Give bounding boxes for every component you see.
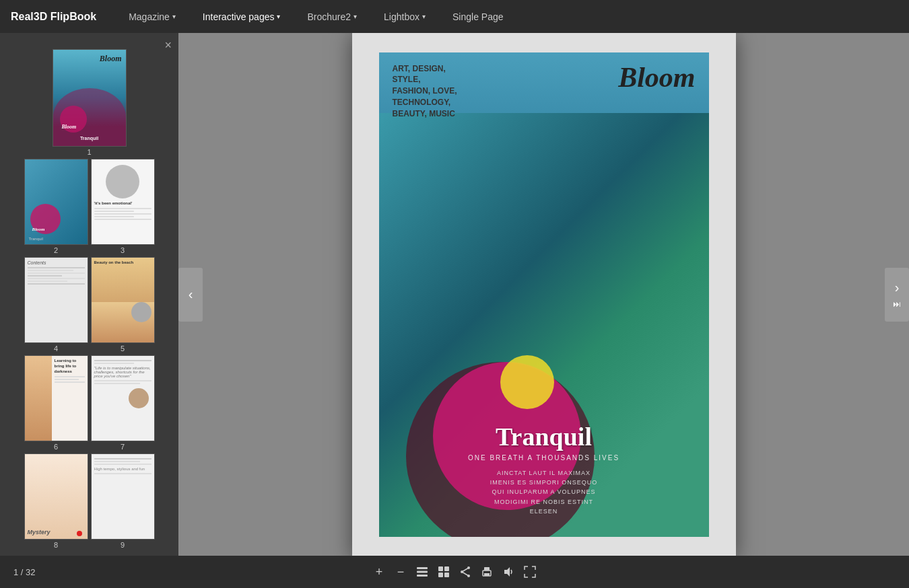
thumb-page-7[interactable]: "Life is to manipulate situations, chall… xyxy=(91,355,155,451)
thumb-5-label: 5 xyxy=(121,344,125,353)
zoom-in-button[interactable]: + xyxy=(368,561,390,583)
next-arrow-icon: › xyxy=(895,280,900,295)
share-button[interactable] xyxy=(454,561,476,583)
thumb-1-title: Tranquil xyxy=(80,136,98,141)
circle-yellow xyxy=(500,355,554,409)
fullscreen-icon xyxy=(524,566,536,578)
cover-tagline: ART, DESIGN,STYLE,FASHION, LOVE,TECHNOLO… xyxy=(393,63,457,120)
cover-text-overlay: Tranquil ONE BREATH A THOUSANDS LIVES AI… xyxy=(379,422,709,517)
svg-rect-0 xyxy=(417,567,428,569)
thumb-page-1[interactable]: Bloom Bloom Tranquil 1 xyxy=(53,49,127,156)
prev-arrow-icon: ‹ xyxy=(189,287,193,302)
thumb-2-label: 2 xyxy=(54,246,58,254)
sound-button[interactable] xyxy=(498,561,519,583)
page-indicator: 1 / 32 xyxy=(13,567,36,577)
nav-single-page[interactable]: Single Page xyxy=(447,9,509,25)
magazine-cover: ART, DESIGN,STYLE,FASHION, LOVE,TECHNOLO… xyxy=(379,52,709,537)
navbar: Real3D FlipBook Magazine ▾ Interactive p… xyxy=(0,0,909,33)
close-sidebar-button[interactable]: × xyxy=(164,38,172,52)
cover-logo: Bloom xyxy=(618,63,695,91)
book-page[interactable]: ART, DESIGN,STYLE,FASHION, LOVE,TECHNOLO… xyxy=(379,52,709,537)
thumb-9-label: 9 xyxy=(121,541,125,549)
nav-interactive[interactable]: Interactive pages ▾ xyxy=(197,9,286,25)
thumb-page-3[interactable]: 'it's been emotional' 3 xyxy=(91,159,155,254)
thumbnail-sidebar: × Bloom Bloom Tranquil 1 xyxy=(0,33,178,556)
thumb-3-label: 3 xyxy=(121,246,125,254)
share-icon xyxy=(459,566,471,578)
prev-page-button[interactable]: ‹ xyxy=(178,268,203,322)
nav-brochure[interactable]: Brochure2 ▾ xyxy=(302,9,362,25)
svg-rect-13 xyxy=(484,567,490,571)
book-container: ART, DESIGN,STYLE,FASHION, LOVE,TECHNOLO… xyxy=(352,33,736,556)
fullscreen-button[interactable] xyxy=(519,561,541,583)
svg-marker-15 xyxy=(504,567,510,577)
svg-rect-4 xyxy=(444,566,449,571)
svg-rect-14 xyxy=(484,573,490,576)
next-page-button[interactable]: › ⏭ xyxy=(885,268,909,322)
thumb-page-2[interactable]: Bloom Tranquil 2 xyxy=(24,159,88,254)
thumb-7-label: 7 xyxy=(121,443,125,451)
svg-rect-2 xyxy=(417,575,428,577)
grid-icon xyxy=(438,566,450,578)
last-page-icon: ⏭ xyxy=(893,299,901,309)
thumb-4-label: 4 xyxy=(54,344,58,353)
svg-line-10 xyxy=(462,568,469,572)
thumb-page-9[interactable]: High tempo, stylious and fun 9 xyxy=(91,453,155,549)
thumb-1-label: 1 xyxy=(87,148,91,156)
thumb-page-6[interactable]: Learning to bring life to darkness 6 xyxy=(24,355,88,451)
thumbnail-list-button[interactable] xyxy=(411,561,433,583)
svg-rect-3 xyxy=(438,566,443,571)
sound-icon xyxy=(502,566,514,578)
thumb-page-8[interactable]: Mystery 8 xyxy=(24,453,88,549)
thumb-4-title: Contents xyxy=(28,260,85,265)
nav-lightbox-caret: ▾ xyxy=(422,13,426,20)
svg-line-11 xyxy=(462,572,469,576)
nav-magazine-caret: ▾ xyxy=(172,13,176,20)
print-icon xyxy=(481,566,493,578)
thumb-6-label: 6 xyxy=(54,443,58,451)
nav-interactive-caret: ▾ xyxy=(277,13,280,20)
thumb-3-title: 'it's been emotional' xyxy=(94,201,152,206)
thumb-page-4[interactable]: Contents 4 xyxy=(24,257,88,353)
svg-rect-5 xyxy=(438,573,443,577)
grid-view-button[interactable] xyxy=(433,561,454,583)
nav-magazine[interactable]: Magazine ▾ xyxy=(123,9,181,25)
print-button[interactable] xyxy=(476,561,498,583)
svg-rect-1 xyxy=(417,571,428,573)
cover-body: AINCTAT LAUT IL MAXIMAX IMENIS ES SIMPOR… xyxy=(379,468,709,517)
thumb-1-bloom: Bloom xyxy=(62,124,77,130)
nav-brochure-caret: ▾ xyxy=(354,13,357,20)
book-viewer: ‹ ART, DESIGN,STYLE,FASHION, LOVE,TECHNO… xyxy=(178,33,909,556)
thumb-page-5[interactable]: Beauty on the beach 5 xyxy=(91,257,155,353)
svg-rect-6 xyxy=(444,573,449,577)
nav-lightbox[interactable]: Lightbox ▾ xyxy=(378,9,431,25)
bottom-toolbar: 1 / 32 + − xyxy=(0,556,909,588)
thumb-8-label: 8 xyxy=(54,541,58,549)
main-content: × Bloom Bloom Tranquil 1 xyxy=(0,33,909,556)
thumb-1-logo: Bloom xyxy=(100,54,122,64)
list-icon xyxy=(416,566,428,578)
cover-title: Tranquil xyxy=(379,422,709,451)
cover-header: ART, DESIGN,STYLE,FASHION, LOVE,TECHNOLO… xyxy=(393,63,696,120)
cover-subtitle: ONE BREATH A THOUSANDS LIVES xyxy=(379,454,709,462)
brand-title: Real3D FlipBook xyxy=(11,11,96,23)
zoom-out-button[interactable]: − xyxy=(390,561,411,583)
thumb-5-title: Beauty on the beach xyxy=(94,260,134,264)
